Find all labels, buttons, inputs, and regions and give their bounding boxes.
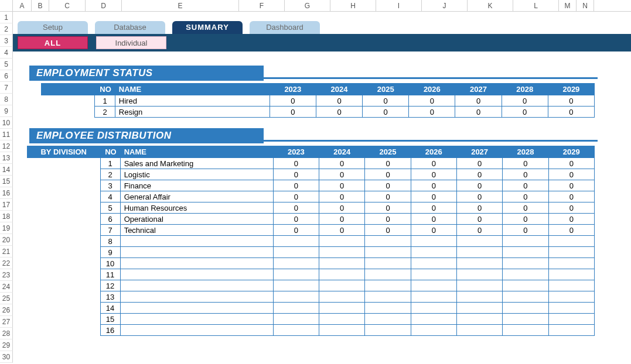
cell-value[interactable]: [548, 280, 594, 291]
cell-value[interactable]: [319, 291, 365, 303]
cell-value[interactable]: 0: [456, 191, 502, 202]
column-header[interactable]: F: [239, 0, 285, 11]
cell-value[interactable]: [503, 303, 548, 314]
cell-value[interactable]: 0: [273, 225, 319, 236]
cell-value[interactable]: 0: [273, 158, 319, 169]
row-header[interactable]: 2: [0, 23, 13, 35]
cell-value[interactable]: [273, 236, 319, 247]
cell-value[interactable]: [456, 236, 502, 247]
column-header[interactable]: D: [86, 0, 122, 11]
cell-value[interactable]: [548, 303, 594, 314]
column-header[interactable]: N: [577, 0, 594, 11]
cell-value[interactable]: [548, 291, 594, 303]
cell-value[interactable]: 0: [548, 214, 594, 225]
cell-value[interactable]: 0: [273, 180, 319, 191]
cell-value[interactable]: [411, 269, 456, 280]
cell-value[interactable]: [273, 314, 319, 325]
tab-summary[interactable]: SUMMARY: [172, 21, 243, 34]
row-header[interactable]: 3: [0, 35, 13, 47]
cell-value[interactable]: [503, 291, 548, 303]
cell-value[interactable]: 0: [456, 180, 502, 191]
cell-name[interactable]: [120, 247, 273, 258]
row-header[interactable]: 15: [0, 176, 13, 187]
cell-name[interactable]: [120, 258, 273, 269]
cell-no[interactable]: 13: [100, 291, 120, 303]
row-header[interactable]: 22: [0, 257, 13, 269]
cell-value[interactable]: [319, 325, 365, 336]
cell-value[interactable]: 0: [316, 95, 362, 107]
cell-value[interactable]: [365, 280, 411, 291]
cell-value[interactable]: 0: [503, 214, 548, 225]
cell-value[interactable]: [273, 325, 319, 336]
row-header[interactable]: 21: [0, 246, 13, 257]
row-header[interactable]: 27: [0, 316, 13, 328]
cell-name[interactable]: [120, 325, 273, 336]
cell-value[interactable]: 0: [365, 202, 411, 214]
row-header[interactable]: 28: [0, 328, 13, 339]
cell-value[interactable]: 0: [548, 225, 594, 236]
cell-no[interactable]: 6: [100, 214, 120, 225]
column-header[interactable]: M: [559, 0, 577, 11]
cell-value[interactable]: [365, 258, 411, 269]
cell-name[interactable]: Sales and Marketing: [120, 158, 273, 169]
column-header[interactable]: C: [49, 0, 86, 11]
cell-value[interactable]: 0: [456, 202, 502, 214]
cell-value[interactable]: [365, 314, 411, 325]
cell-no[interactable]: 1: [95, 95, 115, 107]
cell-value[interactable]: 0: [503, 202, 548, 214]
column-header[interactable]: I: [376, 0, 422, 11]
cell-value[interactable]: [411, 303, 456, 314]
cell-value[interactable]: 0: [456, 169, 502, 180]
cell-value[interactable]: 0: [548, 107, 594, 118]
column-header[interactable]: G: [285, 0, 330, 11]
cell-name[interactable]: [120, 291, 273, 303]
cell-value[interactable]: [456, 247, 502, 258]
row-header[interactable]: 20: [0, 234, 13, 246]
row-header[interactable]: 16: [0, 187, 13, 199]
cell-value[interactable]: 0: [365, 169, 411, 180]
cell-value[interactable]: 0: [548, 180, 594, 191]
cell-no[interactable]: 2: [100, 169, 120, 180]
filter-all-button[interactable]: ALL: [18, 36, 88, 49]
cell-value[interactable]: [548, 269, 594, 280]
column-header[interactable]: E: [122, 0, 239, 11]
cell-no[interactable]: 5: [100, 202, 120, 214]
cell-value[interactable]: 0: [411, 191, 456, 202]
cell-value[interactable]: 0: [502, 107, 548, 118]
cell-value[interactable]: 0: [319, 202, 365, 214]
cell-value[interactable]: [456, 314, 502, 325]
cell-no[interactable]: 15: [100, 314, 120, 325]
cell-value[interactable]: [319, 303, 365, 314]
cell-name[interactable]: [120, 269, 273, 280]
cell-no[interactable]: 1: [100, 158, 120, 169]
row-header[interactable]: 18: [0, 211, 13, 222]
row-header[interactable]: 17: [0, 199, 13, 211]
tab-dashboard[interactable]: Dashboard: [250, 21, 320, 34]
cell-value[interactable]: [456, 258, 502, 269]
column-header[interactable]: A: [13, 0, 32, 11]
row-header[interactable]: 29: [0, 339, 13, 351]
row-header[interactable]: 19: [0, 222, 13, 234]
cell-name[interactable]: Technical: [120, 225, 273, 236]
cell-value[interactable]: 0: [503, 191, 548, 202]
cell-value[interactable]: 0: [502, 95, 548, 107]
cell-value[interactable]: 0: [273, 202, 319, 214]
cell-value[interactable]: [365, 303, 411, 314]
cell-value[interactable]: [548, 247, 594, 258]
row-header[interactable]: 11: [0, 129, 13, 140]
cell-value[interactable]: 0: [456, 225, 502, 236]
cell-value[interactable]: [456, 325, 502, 336]
cell-value[interactable]: [365, 236, 411, 247]
row-header[interactable]: 14: [0, 164, 13, 176]
cell-value[interactable]: [503, 314, 548, 325]
cell-value[interactable]: [411, 280, 456, 291]
cell-value[interactable]: 0: [455, 107, 502, 118]
row-header[interactable]: 30: [0, 351, 13, 363]
row-header[interactable]: 12: [0, 140, 13, 152]
cell-value[interactable]: [273, 269, 319, 280]
cell-value[interactable]: 0: [411, 202, 456, 214]
cell-name[interactable]: Resign: [115, 107, 270, 118]
row-header[interactable]: 5: [0, 59, 13, 70]
cell-value[interactable]: [411, 325, 456, 336]
cell-value[interactable]: 0: [548, 202, 594, 214]
